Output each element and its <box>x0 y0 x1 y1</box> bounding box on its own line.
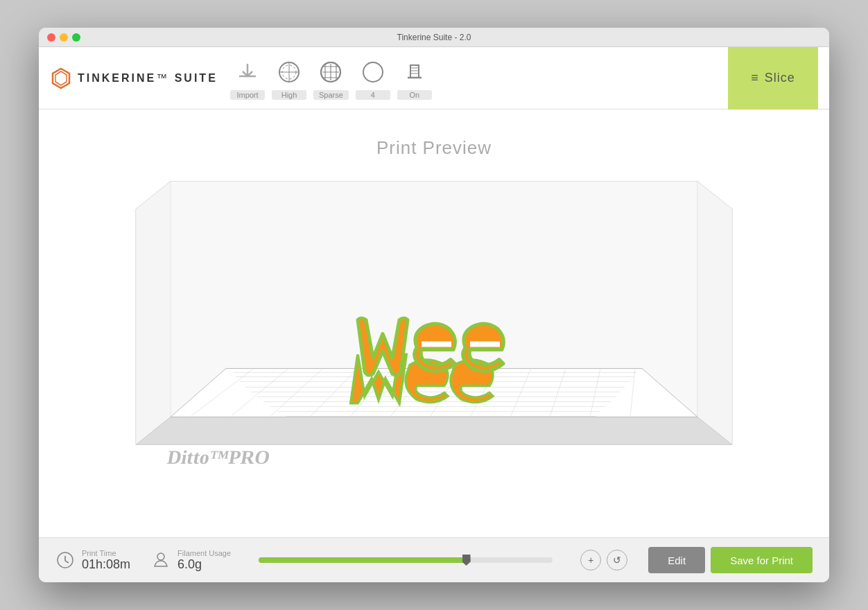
quality-button[interactable]: High <box>272 57 306 100</box>
app-window: Tinkerine Suite - 2.0 TINKERINE™ SUITE <box>39 28 829 582</box>
traffic-lights <box>47 33 80 42</box>
import-label: Import <box>230 90 265 100</box>
filament-stat: Filament Usage 6.0g <box>151 549 231 572</box>
reset-icon: ↺ <box>613 555 621 566</box>
toolbar-tools: Import High <box>230 57 728 100</box>
print-time-label: Print Time <box>82 549 130 557</box>
svg-marker-31 <box>697 182 732 445</box>
svg-rect-17 <box>410 65 419 78</box>
svg-text:Ditto™PRO: Ditto™PRO <box>166 447 272 469</box>
filament-info: Filament Usage 6.0g <box>177 549 231 572</box>
save-print-button[interactable]: Save for Print <box>711 547 813 573</box>
svg-marker-30 <box>136 182 171 445</box>
print-time-stat: Print Time 01h:08m <box>55 549 130 572</box>
svg-line-59 <box>65 561 69 563</box>
progress-bar[interactable] <box>259 557 553 563</box>
edit-label: Edit <box>668 555 686 566</box>
toolbar: TINKERINE™ SUITE Import <box>39 47 829 110</box>
edit-button[interactable]: Edit <box>648 547 705 573</box>
infill-icon <box>315 57 346 87</box>
clock-icon <box>55 550 75 570</box>
3d-scene: Ditto™PRO <box>39 110 829 537</box>
slice-icon: ≡ <box>751 71 759 85</box>
infill-label: Sparse <box>313 90 349 100</box>
weight-icon <box>151 550 171 570</box>
action-buttons: Edit Save for Print <box>648 547 813 573</box>
import-button[interactable]: Import <box>230 57 265 100</box>
filament-label: Filament Usage <box>177 549 231 557</box>
footer: Print Time 01h:08m Filament Usage 6.0g <box>39 537 829 582</box>
maximize-button[interactable] <box>72 33 80 42</box>
reset-view-button[interactable]: ↺ <box>607 550 627 570</box>
support-label: On <box>397 90 432 100</box>
svg-point-60 <box>157 553 164 560</box>
shells-button[interactable]: 4 <box>356 57 390 100</box>
canvas-area: Print Preview <box>39 110 829 537</box>
filament-value: 6.0g <box>177 557 231 572</box>
svg-point-16 <box>363 62 383 82</box>
print-time-value: 01h:08m <box>82 557 130 572</box>
shells-label: 4 <box>356 90 390 100</box>
save-print-label: Save for Print <box>730 555 793 566</box>
quality-icon <box>274 57 304 87</box>
svg-marker-1 <box>55 71 67 85</box>
import-icon <box>232 57 263 87</box>
slice-button[interactable]: ≡ Slice <box>728 47 818 110</box>
shells-icon <box>358 57 388 87</box>
svg-marker-32 <box>136 417 732 445</box>
quality-label: High <box>272 90 306 100</box>
view-controls: + ↺ <box>580 550 627 570</box>
progress-area <box>259 557 553 563</box>
titlebar: Tinkerine Suite - 2.0 <box>39 28 829 47</box>
slice-label: Slice <box>765 71 795 85</box>
support-button[interactable]: On <box>397 57 432 100</box>
progress-handle[interactable] <box>462 555 471 566</box>
zoom-in-icon: + <box>588 555 593 566</box>
logo: TINKERINE™ SUITE <box>50 67 230 89</box>
logo-icon <box>50 67 72 89</box>
close-button[interactable] <box>47 33 55 42</box>
window-title: Tinkerine Suite - 2.0 <box>397 33 471 42</box>
progress-fill <box>259 557 470 563</box>
print-time-info: Print Time 01h:08m <box>82 549 130 572</box>
logo-text: TINKERINE™ SUITE <box>78 72 218 85</box>
minimize-button[interactable] <box>60 33 68 42</box>
infill-button[interactable]: Sparse <box>313 57 349 100</box>
zoom-in-button[interactable]: + <box>580 550 601 570</box>
support-icon <box>399 57 430 87</box>
